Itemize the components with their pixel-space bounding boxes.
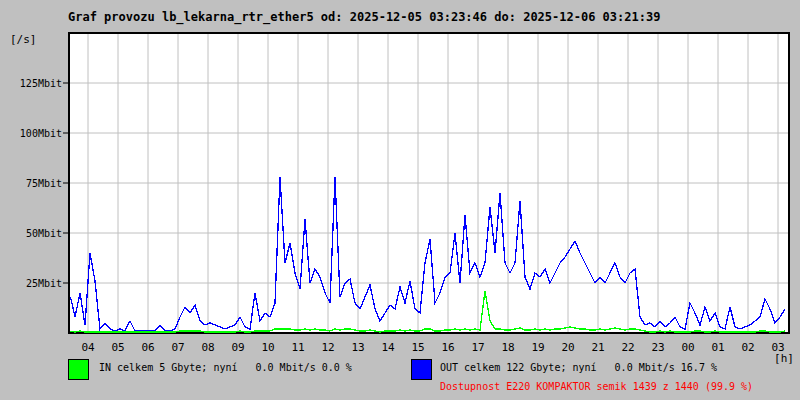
svg-text:100Mbit: 100Mbit — [20, 128, 62, 139]
svg-text:19: 19 — [531, 341, 544, 354]
svg-text:125Mbit: 125Mbit — [20, 78, 62, 89]
svg-text:[h]: [h] — [774, 352, 794, 365]
legend-in-swatch — [68, 359, 89, 380]
svg-text:02: 02 — [741, 341, 754, 354]
legend-out-label: OUT celkem 122 Gbyte; nyní 0.0 Mbit/s 16… — [440, 362, 717, 373]
availability-label: Dostupnost E220 KOMPAKTOR semik 1439 z 1… — [440, 381, 753, 392]
svg-text:50Mbit: 50Mbit — [26, 228, 62, 239]
svg-text:00: 00 — [681, 341, 694, 354]
svg-text:12: 12 — [321, 341, 334, 354]
svg-text:06: 06 — [141, 341, 154, 354]
legend-out-swatch — [411, 359, 432, 380]
svg-text:09: 09 — [231, 341, 244, 354]
svg-text:05: 05 — [111, 341, 124, 354]
svg-text:17: 17 — [471, 341, 484, 354]
mrtg-traffic-page: { "title": "Graf provozu lb_lekarna_rtr_… — [0, 0, 800, 400]
svg-text:22: 22 — [621, 341, 634, 354]
svg-text:13: 13 — [351, 341, 364, 354]
traffic-chart: 125Mbit100Mbit75Mbit50Mbit25Mbit04050607… — [0, 0, 800, 400]
svg-text:10: 10 — [261, 341, 274, 354]
svg-text:04: 04 — [81, 341, 95, 354]
svg-text:23: 23 — [651, 341, 664, 354]
svg-text:01: 01 — [711, 341, 724, 354]
svg-text:20: 20 — [561, 341, 574, 354]
svg-text:25Mbit: 25Mbit — [26, 278, 62, 289]
svg-text:75Mbit: 75Mbit — [26, 178, 62, 189]
svg-text:15: 15 — [411, 341, 424, 354]
svg-text:08: 08 — [201, 341, 214, 354]
svg-text:21: 21 — [591, 341, 604, 354]
svg-text:16: 16 — [441, 341, 454, 354]
svg-text:14: 14 — [381, 341, 395, 354]
legend-in-label: IN celkem 5 Gbyte; nyní 0.0 Mbit/s 0.0 % — [99, 362, 352, 373]
svg-text:11: 11 — [291, 341, 304, 354]
svg-text:18: 18 — [501, 341, 514, 354]
svg-text:07: 07 — [171, 341, 184, 354]
